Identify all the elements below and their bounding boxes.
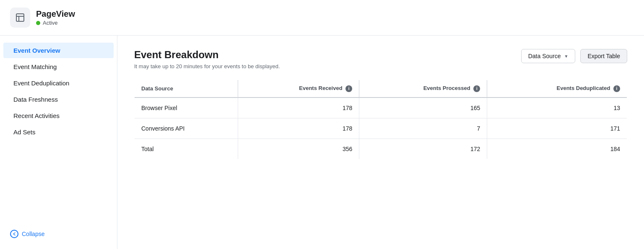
content-area: Event Breakdown It may take up to 20 min… [117, 36, 644, 249]
cell-events-deduplicated-0: 13 [487, 98, 627, 118]
cell-events-processed-0: 165 [359, 98, 487, 118]
events-deduplicated-info-icon: i [613, 85, 620, 92]
sidebar: Event Overview Event Matching Event Dedu… [0, 36, 117, 249]
status-dot [36, 21, 40, 25]
table-row: Browser Pixel 178 165 13 [135, 98, 627, 118]
content-actions: Data Source ▼ Export Table [521, 49, 627, 63]
status-label: Active [43, 20, 57, 26]
collapse-button[interactable]: Collapse [0, 226, 117, 242]
cell-data-source-0: Browser Pixel [135, 98, 238, 118]
svg-rect-0 [16, 14, 24, 21]
col-header-events-received: Events Received i [238, 80, 359, 98]
app-icon [10, 8, 30, 28]
sidebar-item-event-deduplication[interactable]: Event Deduplication [3, 75, 114, 91]
status-row: Active [36, 20, 75, 26]
page-title: Event Breakdown [134, 49, 280, 61]
cell-events-deduplicated-2: 184 [487, 139, 627, 159]
header: PageView Active [0, 0, 644, 36]
collapse-icon [10, 230, 18, 238]
cell-data-source-2: Total [135, 139, 238, 159]
datasource-dropdown[interactable]: Data Source ▼ [521, 49, 576, 63]
sidebar-item-recent-activities[interactable]: Recent Activities [3, 108, 114, 123]
sidebar-item-event-matching[interactable]: Event Matching [3, 59, 114, 74]
datasource-dropdown-label: Data Source [528, 53, 561, 59]
col-header-events-processed: Events Processed i [359, 80, 487, 98]
event-breakdown-table: Data Source Events Received i Events Pro… [134, 80, 627, 159]
cell-events-received-2: 356 [238, 139, 359, 159]
cell-events-deduplicated-1: 171 [487, 118, 627, 139]
app-title: PageView [36, 9, 75, 19]
content-title-block: Event Breakdown It may take up to 20 min… [134, 49, 280, 69]
cell-events-processed-1: 7 [359, 118, 487, 139]
table-row: Conversions API 178 7 171 [135, 118, 627, 139]
collapse-label: Collapse [22, 231, 44, 237]
export-table-button[interactable]: Export Table [580, 49, 627, 63]
chevron-down-icon: ▼ [564, 54, 569, 59]
main-layout: Event Overview Event Matching Event Dedu… [0, 36, 644, 249]
events-processed-info-icon: i [473, 85, 480, 92]
header-info: PageView Active [36, 9, 75, 26]
events-received-info-icon: i [345, 85, 352, 92]
col-header-data-source: Data Source [135, 80, 238, 98]
table-row: Total 356 172 184 [135, 139, 627, 159]
chevron-left-icon [12, 232, 16, 236]
sidebar-item-data-freshness[interactable]: Data Freshness [3, 92, 114, 107]
sidebar-item-event-overview[interactable]: Event Overview [3, 43, 114, 58]
sidebar-item-ad-sets[interactable]: Ad Sets [3, 124, 114, 140]
sidebar-nav: Event Overview Event Matching Event Dedu… [0, 42, 117, 140]
page-subtitle: It may take up to 20 minutes for your ev… [134, 63, 280, 69]
layout-icon [15, 13, 25, 23]
cell-data-source-1: Conversions API [135, 118, 238, 139]
cell-events-processed-2: 172 [359, 139, 487, 159]
app-container: PageView Active Event Overview Event Mat… [0, 0, 644, 249]
col-header-events-deduplicated: Events Deduplicated i [487, 80, 627, 98]
content-header: Event Breakdown It may take up to 20 min… [134, 49, 627, 69]
cell-events-received-0: 178 [238, 98, 359, 118]
cell-events-received-1: 178 [238, 118, 359, 139]
table-header-row: Data Source Events Received i Events Pro… [135, 80, 627, 98]
